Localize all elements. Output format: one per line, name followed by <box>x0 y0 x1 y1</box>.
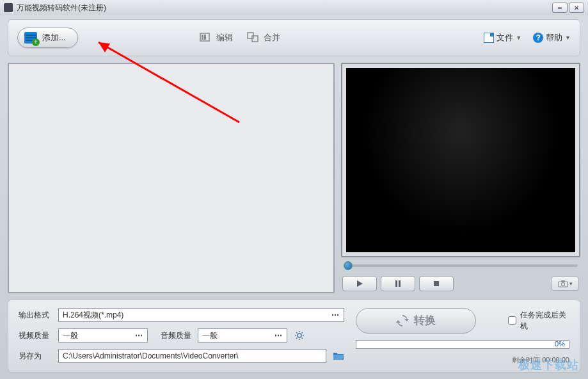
convert-button-label: 转换 <box>414 313 436 328</box>
save-path-value: C:\Users\Administrator\Documents\VideoCo… <box>63 351 239 360</box>
minimize-button[interactable]: ━ <box>552 3 568 13</box>
toolbar: 添加... 编辑 合并 文件 ▼ ? 帮助 ▼ <box>8 19 580 56</box>
window-title: 万能视频转码软件(未注册) <box>17 3 106 13</box>
ellipsis-icon: ⋯ <box>331 310 340 319</box>
app-icon <box>4 3 13 12</box>
play-icon <box>356 280 363 287</box>
add-button[interactable]: 添加... <box>17 28 78 48</box>
main-area: ▾ <box>8 63 580 293</box>
stop-icon <box>433 280 440 287</box>
output-format-select[interactable]: H.264视频(*.mp4) ⋯ <box>58 308 344 322</box>
seek-slider[interactable] <box>344 260 578 271</box>
video-preview[interactable] <box>346 68 575 252</box>
gear-icon <box>294 330 305 341</box>
pause-icon <box>395 280 401 287</box>
help-menu-label: 帮助 <box>546 32 562 44</box>
folder-icon <box>333 351 344 360</box>
file-menu[interactable]: 文件 ▼ <box>484 32 521 44</box>
edit-icon <box>200 32 212 44</box>
film-add-icon <box>24 32 37 44</box>
svg-rect-2 <box>204 35 206 40</box>
svg-rect-8 <box>395 280 397 287</box>
video-quality-value: 一般 <box>63 330 78 341</box>
file-list-panel[interactable] <box>8 63 335 293</box>
add-button-label: 添加... <box>42 32 66 44</box>
chevron-down-icon: ▼ <box>516 35 521 41</box>
merge-button[interactable]: 合并 <box>247 32 280 44</box>
chevron-down-icon: ▼ <box>565 35 571 41</box>
edit-label: 编辑 <box>216 32 233 44</box>
audio-quality-label: 音频质量 <box>161 330 191 341</box>
video-quality-label: 视频质量 <box>19 330 52 341</box>
titlebar: 万能视频转码软件(未注册) ━ ✕ <box>0 0 588 15</box>
svg-marker-7 <box>357 280 363 287</box>
merge-label: 合并 <box>264 32 280 44</box>
ellipsis-icon: ⋯ <box>135 331 143 340</box>
progress-percent: 0% <box>555 340 565 348</box>
video-quality-select[interactable]: 一般 ⋯ <box>58 328 148 343</box>
file-menu-label: 文件 <box>497 32 513 44</box>
save-path-input[interactable]: C:\Users\Administrator\Documents\VideoCo… <box>58 349 326 363</box>
convert-icon <box>396 314 409 327</box>
merge-icon <box>247 32 260 44</box>
help-icon: ? <box>533 33 543 43</box>
pause-button[interactable] <box>381 276 415 291</box>
svg-rect-1 <box>202 35 203 40</box>
progress-bar: 0% <box>356 340 569 349</box>
seek-thumb[interactable] <box>344 261 353 270</box>
settings-gear-button[interactable] <box>294 330 305 341</box>
svg-rect-9 <box>399 280 401 287</box>
audio-quality-value: 一般 <box>202 330 218 341</box>
svg-rect-13 <box>561 280 565 282</box>
document-icon <box>484 33 494 43</box>
time-remaining: 剩余时间 00:00:00 <box>356 355 569 365</box>
convert-button[interactable]: 转换 <box>356 308 476 334</box>
ellipsis-icon: ⋯ <box>274 331 283 340</box>
shutdown-label: 任务完成后关机 <box>520 310 570 332</box>
chevron-down-icon: ▾ <box>569 280 573 287</box>
save-as-label: 另存为 <box>19 351 52 362</box>
snapshot-button[interactable]: ▾ <box>551 277 579 291</box>
browse-folder-button[interactable] <box>333 350 344 362</box>
help-menu[interactable]: ? 帮助 ▼ <box>533 32 571 44</box>
play-button[interactable] <box>342 276 377 291</box>
audio-quality-select[interactable]: 一般 ⋯ <box>198 328 287 343</box>
output-format-value: H.264视频(*.mp4) <box>63 310 123 321</box>
playback-controls: ▾ <box>342 274 579 293</box>
camera-icon <box>558 280 568 287</box>
settings-panel: 输出格式 H.264视频(*.mp4) ⋯ 视频质量 一般 ⋯ 音频质量 一般 … <box>8 300 580 373</box>
video-frame <box>341 63 580 257</box>
close-button[interactable]: ✕ <box>569 3 584 13</box>
preview-panel: ▾ <box>341 63 580 293</box>
shutdown-checkbox[interactable] <box>508 316 516 325</box>
output-format-label: 输出格式 <box>19 310 52 321</box>
svg-point-14 <box>298 334 301 337</box>
svg-rect-10 <box>434 281 439 286</box>
svg-point-12 <box>561 283 564 286</box>
edit-button[interactable]: 编辑 <box>200 32 233 44</box>
stop-button[interactable] <box>419 276 454 291</box>
